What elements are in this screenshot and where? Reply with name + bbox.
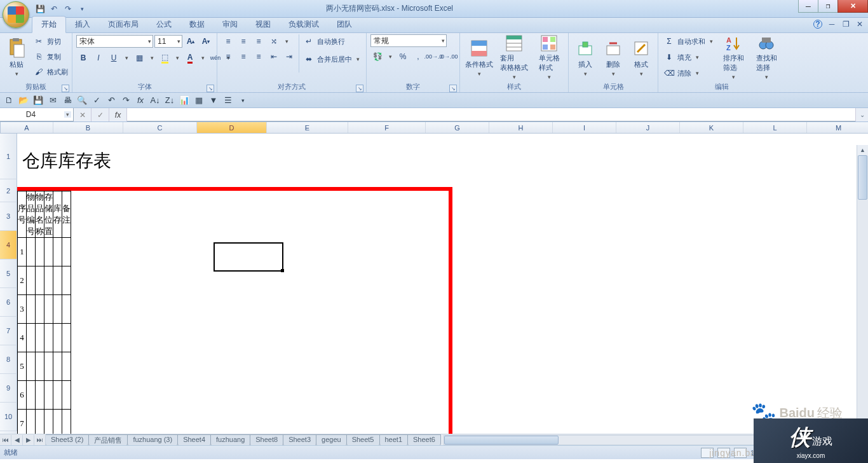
qat2-sort-desc-icon[interactable]: Z↓ xyxy=(163,94,176,107)
col-header-M[interactable]: M xyxy=(807,122,868,133)
scroll-up-icon[interactable]: ▲ xyxy=(857,145,868,155)
th-remark[interactable]: 备注 xyxy=(62,191,71,238)
cell[interactable] xyxy=(27,238,36,266)
col-header-E[interactable]: E xyxy=(267,122,348,133)
conditional-format-button[interactable]: 条件格式▾ xyxy=(464,34,494,80)
format-painter-button[interactable]: 🖌格式刷 xyxy=(32,65,68,79)
tab-nav-first-icon[interactable]: ⏮ xyxy=(0,435,11,445)
row-header-5[interactable]: 5 xyxy=(0,259,17,288)
cell[interactable] xyxy=(44,381,53,410)
tab-home[interactable]: 开始 xyxy=(32,16,66,33)
sheet-tab[interactable]: 产品销售 xyxy=(88,434,128,446)
th-item-no[interactable]: 物品编号 xyxy=(27,191,36,238)
cell[interactable]: 2 xyxy=(18,266,27,295)
align-middle-icon[interactable]: ≡ xyxy=(236,34,250,48)
cell[interactable] xyxy=(27,352,36,381)
mdi-close-icon[interactable]: ✕ xyxy=(855,20,864,29)
align-bottom-icon[interactable]: ≡ xyxy=(252,34,266,48)
tab-insert[interactable]: 插入 xyxy=(66,17,99,32)
cell[interactable] xyxy=(62,324,71,352)
vscroll-thumb[interactable] xyxy=(858,155,867,200)
sheet-tab[interactable]: gegeu xyxy=(316,434,347,446)
row-header-1[interactable]: 1 xyxy=(0,134,17,179)
find-select-button[interactable]: 查找和 选择▾ xyxy=(751,34,782,80)
qat2-more-icon[interactable]: ▾ xyxy=(236,94,249,107)
cell[interactable] xyxy=(27,381,36,410)
tab-data[interactable]: 数据 xyxy=(180,17,214,32)
fill-color-button[interactable]: ⬚ xyxy=(158,51,172,65)
cell[interactable] xyxy=(44,266,53,295)
row-header-4[interactable]: 4 xyxy=(0,231,17,259)
qat-save-icon[interactable]: 💾 xyxy=(34,3,46,15)
fill-button[interactable]: ⬇填充▾ xyxy=(662,50,715,64)
cell[interactable] xyxy=(36,324,44,352)
col-header-I[interactable]: I xyxy=(553,122,616,133)
qat-undo-icon[interactable]: ↶ xyxy=(48,3,60,15)
cell[interactable] xyxy=(62,295,71,324)
tab-nav-last-icon[interactable]: ⏭ xyxy=(34,435,46,445)
cell[interactable]: 7 xyxy=(18,410,27,434)
number-format-combo[interactable]: 常规 xyxy=(370,34,447,47)
cell[interactable] xyxy=(36,410,44,434)
qat2-spell-icon[interactable]: ✓ xyxy=(90,94,103,107)
vertical-scrollbar[interactable]: ▲ ▼ xyxy=(857,145,868,434)
mdi-minimize-icon[interactable]: ─ xyxy=(827,20,836,29)
sheet-tab[interactable]: fuzhuang (3) xyxy=(127,434,178,446)
tab-view[interactable]: 视图 xyxy=(247,17,280,32)
clipboard-launcher[interactable]: ↘ xyxy=(62,85,69,92)
hscroll-thumb[interactable] xyxy=(444,436,559,445)
qat2-open-icon[interactable]: 📂 xyxy=(17,94,30,107)
grow-font-icon[interactable]: A▴ xyxy=(184,34,198,48)
cancel-formula-icon[interactable]: ✕ xyxy=(74,108,92,121)
col-header-D[interactable]: D xyxy=(197,122,267,133)
cell[interactable]: 6 xyxy=(18,381,27,410)
autosum-button[interactable]: Σ自动求和▾ xyxy=(662,34,715,48)
col-header-A[interactable]: A xyxy=(1,122,53,133)
cell[interactable] xyxy=(53,266,62,295)
row-header-7[interactable]: 7 xyxy=(0,317,17,345)
row-header-6[interactable]: 6 xyxy=(0,288,17,317)
cut-button[interactable]: ✂剪切 xyxy=(32,34,68,48)
align-right-icon[interactable]: ≡ xyxy=(252,50,266,64)
qat2-print-icon[interactable]: 🖶 xyxy=(61,94,74,107)
cell[interactable] xyxy=(36,238,44,266)
qat2-new-icon[interactable]: 🗋 xyxy=(3,94,15,107)
underline-button[interactable]: U xyxy=(107,51,121,65)
merge-center-button[interactable]: ⬌合并后居中▾ xyxy=(302,52,362,66)
tab-nav-next-icon[interactable]: ▶ xyxy=(23,435,34,445)
cell[interactable] xyxy=(53,381,62,410)
col-header-L[interactable]: L xyxy=(743,122,807,133)
enter-formula-icon[interactable]: ✓ xyxy=(92,108,109,121)
italic-button[interactable]: I xyxy=(92,51,105,65)
sort-filter-button[interactable]: AZ排序和 筛选▾ xyxy=(718,34,749,80)
sheet-tab[interactable]: Sheet3 xyxy=(283,434,316,446)
font-color-button[interactable]: A xyxy=(183,51,197,65)
qat2-mail-icon[interactable]: ✉ xyxy=(46,94,59,107)
horizontal-scrollbar[interactable] xyxy=(444,435,843,445)
mdi-restore-icon[interactable]: ❐ xyxy=(841,20,850,29)
align-center-icon[interactable]: ≡ xyxy=(236,50,250,64)
indent-inc-icon[interactable]: ⇥ xyxy=(282,50,296,64)
tab-page-layout[interactable]: 页面布局 xyxy=(99,17,147,32)
sheet-tab[interactable]: heet1 xyxy=(379,434,409,446)
fx-icon[interactable]: fx xyxy=(109,108,127,121)
cell[interactable]: 3 xyxy=(18,295,27,324)
qat-more-icon[interactable]: ▾ xyxy=(76,3,88,15)
col-header-B[interactable]: B xyxy=(53,122,123,133)
font-launcher[interactable]: ↘ xyxy=(207,85,214,92)
qat2-sort-asc-icon[interactable]: A↓ xyxy=(149,94,161,107)
cell[interactable] xyxy=(62,352,71,381)
wrap-text-button[interactable]: ↵自动换行 xyxy=(302,34,362,48)
th-seq[interactable]: 序号 xyxy=(18,191,27,238)
paste-button[interactable]: 粘贴▾ xyxy=(4,34,29,80)
cell[interactable] xyxy=(27,410,36,434)
align-top-icon[interactable]: ≡ xyxy=(221,34,235,48)
currency-icon[interactable]: 💱 xyxy=(370,50,384,64)
cell[interactable] xyxy=(53,410,62,434)
qat2-chart-icon[interactable]: 📊 xyxy=(178,94,191,107)
bold-button[interactable]: B xyxy=(76,51,90,65)
cell[interactable] xyxy=(53,238,62,266)
sheet-tab[interactable]: Sheet3 (2) xyxy=(46,434,89,446)
cell[interactable] xyxy=(44,324,53,352)
shrink-font-icon[interactable]: A▾ xyxy=(199,34,213,48)
